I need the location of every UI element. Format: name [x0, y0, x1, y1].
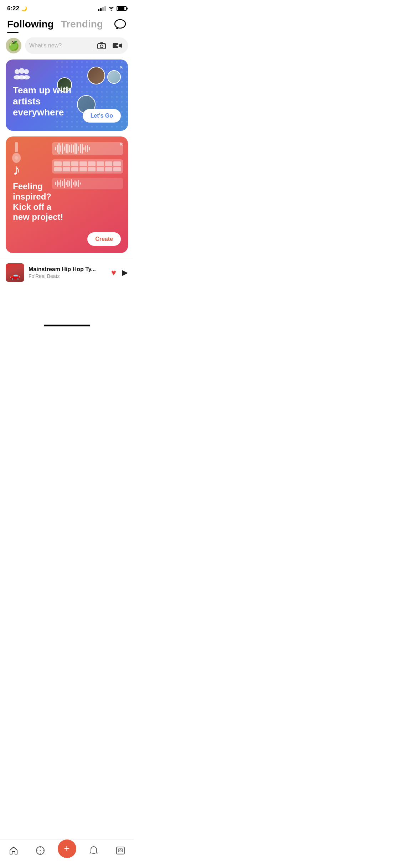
track-thumb-visual: 🚗 [7, 270, 23, 280]
moon-icon: 🌙 [21, 6, 27, 11]
chat-icon[interactable] [114, 18, 127, 31]
track-item: 🚗 Mainstream Hip Hop Ty... Fo'Real Beatz… [0, 259, 134, 286]
waveform-1 [52, 142, 123, 155]
track-artist: Fo'Real Beatz [29, 273, 107, 279]
track-info: Mainstream Hip Hop Ty... Fo'Real Beatz [29, 266, 107, 279]
lets-go-button[interactable]: Let's Go [83, 109, 121, 123]
music-note-icon: ♪ [13, 161, 121, 179]
track-thumbnail: 🚗 [6, 263, 24, 282]
svg-point-11 [23, 75, 30, 79]
svg-point-2 [100, 45, 103, 48]
create-button[interactable]: Create [87, 232, 121, 246]
track-title: Mainstream Hip Hop Ty... [29, 266, 107, 273]
input-divider [92, 41, 92, 50]
team-banner-title: Team up with artists everywhere [13, 85, 72, 118]
svg-point-3 [104, 44, 104, 45]
tab-following[interactable]: Following [7, 19, 54, 30]
wifi-icon [108, 6, 114, 12]
status-time: 6:22 [7, 5, 19, 12]
status-bar: 6:22 🌙 [0, 0, 134, 15]
header: Following Trending [0, 15, 134, 31]
home-indicator [44, 325, 90, 326]
svg-point-6 [15, 69, 20, 74]
signal-icon [98, 6, 106, 11]
battery-icon [117, 6, 127, 11]
like-button[interactable]: ♥ [111, 268, 116, 278]
post-input-bar: 🍏 What's new? [0, 37, 134, 60]
user-avatar[interactable]: 🍏 [6, 38, 21, 53]
post-placeholder: What's new? [29, 42, 89, 49]
svg-point-7 [19, 68, 25, 74]
svg-point-5 [117, 45, 118, 47]
team-icon [13, 67, 121, 82]
music-banner-close[interactable]: × [119, 141, 123, 148]
video-button[interactable] [111, 39, 124, 52]
music-banner: × [6, 136, 128, 253]
team-banner-close[interactable]: × [119, 64, 123, 71]
tab-underline [7, 32, 19, 33]
music-banner-title: Feeling inspired? Kick off a new project… [13, 181, 69, 222]
team-banner: × Team up with artists ever [6, 60, 128, 131]
track-actions: ♥ ▶ [111, 268, 128, 278]
camera-button[interactable] [95, 39, 108, 52]
tab-trending[interactable]: Trending [61, 19, 114, 30]
play-button[interactable]: ▶ [122, 268, 128, 277]
svg-point-8 [24, 69, 29, 74]
post-input-pill[interactable]: What's new? [25, 37, 128, 54]
svg-point-14 [15, 156, 18, 160]
svg-rect-12 [15, 142, 18, 152]
status-icons [98, 6, 127, 12]
svg-point-0 [115, 20, 125, 28]
